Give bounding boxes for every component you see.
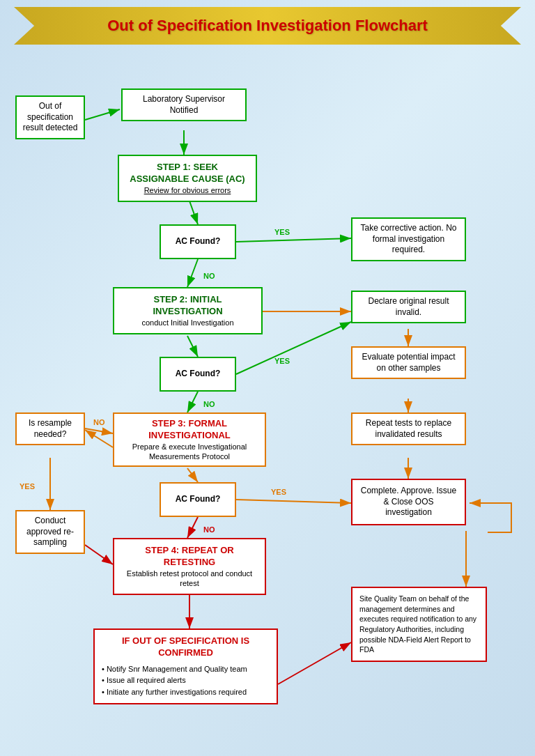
step4-sub: Establish retest protocol and conduct re… <box>121 569 258 589</box>
header-banner: Out of Specification Investigation Flowc… <box>14 7 521 45</box>
step3-box: STEP 3: FORMAL INVESTIGATIONAL Prepare &… <box>113 412 266 467</box>
oos-confirmed-title: IF OUT OF SPECIFICATION IS CONFIRMED <box>102 635 270 659</box>
svg-line-26 <box>236 500 351 503</box>
oos-box: Out of specification result detected <box>15 95 85 139</box>
page-title: Out of Specification Investigation Flowc… <box>42 17 493 35</box>
svg-text:NO: NO <box>93 418 105 426</box>
conduct-box: Conduct approved re-sampling <box>15 510 85 554</box>
lab-supervisor-box: Laboratory Supervisor Notified <box>121 88 247 121</box>
svg-line-24 <box>85 545 113 564</box>
corrective-box: Take corrective action. No formal invest… <box>351 217 466 261</box>
site-quality-box: Site Quality Team on behalf of the manag… <box>351 587 487 662</box>
svg-text:NO: NO <box>203 525 215 534</box>
step4-title: STEP 4: REPEAT OR RETESTING <box>121 545 258 569</box>
svg-line-13 <box>187 392 198 412</box>
bullet1: • Notify Snr Management and Quality team <box>102 663 270 675</box>
svg-text:YES: YES <box>274 228 290 236</box>
svg-text:YES: YES <box>20 482 35 491</box>
svg-text:YES: YES <box>271 488 286 496</box>
step3-sub: Prepare & execute Investigational Measur… <box>120 442 259 462</box>
evaluate-box: Evaluate potential impact on other sampl… <box>351 346 466 379</box>
svg-line-25 <box>187 468 198 482</box>
step4-box: STEP 4: REPEAT OR RETESTING Establish re… <box>113 538 266 595</box>
ac-found-2-box: AC Found? <box>160 357 236 392</box>
step3-title: STEP 3: FORMAL INVESTIGATIONAL <box>120 418 259 442</box>
svg-text:NO: NO <box>203 400 215 408</box>
oos-confirmed-box: IF OUT OF SPECIFICATION IS CONFIRMED • N… <box>93 628 278 704</box>
bullet2: • Issue all required alerts <box>102 674 270 686</box>
svg-line-19 <box>85 430 113 447</box>
svg-line-8 <box>187 259 198 287</box>
step2-sub: conduct Initial Investigation <box>121 318 254 327</box>
repeat-box: Repeat tests to replace invalidated resu… <box>351 412 466 445</box>
svg-line-6 <box>236 238 351 242</box>
svg-line-10 <box>187 336 198 357</box>
step2-title: STEP 2: INITIAL INVESTIGATION <box>121 294 254 318</box>
ac-found-1-box: AC Found? <box>160 224 236 259</box>
svg-text:NO: NO <box>203 272 215 280</box>
step1-box: STEP 1: SEEK ASSIGNABLE CAUSE (AC) Revie… <box>118 155 257 202</box>
svg-text:YES: YES <box>274 357 290 365</box>
step1-sub: Review for obvious errors <box>126 185 249 195</box>
step1-title: STEP 1: SEEK ASSIGNABLE CAUSE (AC) <box>126 162 249 185</box>
step2-box: STEP 2: INITIAL INVESTIGATION conduct In… <box>113 287 263 334</box>
flowchart: YES NO YES NO NO YES Y <box>10 57 525 726</box>
resample-box: Is resample needed? <box>15 412 85 445</box>
declare-box: Declare original result invalid. <box>351 291 466 323</box>
complete-box: Complete. Approve. Issue & Close OOS inv… <box>351 479 466 525</box>
svg-line-3 <box>85 109 120 120</box>
svg-line-20 <box>85 429 113 433</box>
bullet3: • Initiate any further investigations re… <box>102 686 270 698</box>
svg-line-28 <box>187 517 198 538</box>
svg-line-31 <box>278 642 351 684</box>
ac-found-3-box: AC Found? <box>160 482 236 517</box>
